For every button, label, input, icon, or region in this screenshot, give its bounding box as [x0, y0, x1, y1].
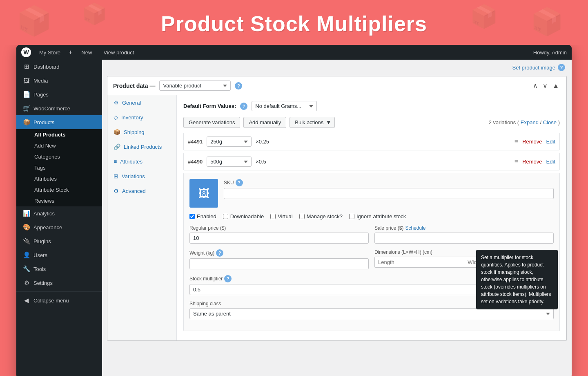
weight-help-icon[interactable]: ?: [216, 249, 223, 257]
tab-advanced[interactable]: ⚙ Advanced: [107, 184, 176, 198]
sidebar-item-label-products: Products: [33, 119, 54, 125]
downloadable-checkbox-label[interactable]: Downloadable: [223, 213, 264, 219]
submenu-categories[interactable]: Categories: [16, 151, 102, 162]
regular-price-input[interactable]: [189, 233, 369, 244]
plugins-icon: 🔌: [23, 237, 30, 245]
sidebar-item-woocommerce[interactable]: 🛒 WooCommerce: [16, 101, 102, 115]
tab-inventory-label: Inventory: [121, 114, 143, 121]
ignore-attribute-stock-checkbox-label[interactable]: Ignore attribute stock: [349, 213, 406, 219]
sidebar-item-plugins[interactable]: 🔌 Plugins: [16, 234, 102, 248]
variation-edit-4491[interactable]: Edit: [546, 139, 555, 145]
dfv-help-icon[interactable]: ?: [240, 103, 247, 110]
sidebar-item-label-media: Media: [33, 78, 48, 84]
variation-actions-right-4490: ≡ Remove Edit: [514, 158, 555, 166]
expand-link[interactable]: Expand: [521, 119, 539, 125]
collapse-down-button[interactable]: ∨: [541, 81, 549, 90]
linked-products-tab-icon: 🔗: [114, 143, 120, 150]
new-link[interactable]: New: [78, 49, 95, 56]
enabled-checkbox[interactable]: [189, 214, 195, 219]
dfv-label: Default Form Values:: [183, 103, 236, 109]
set-product-image-help-icon[interactable]: ?: [558, 64, 565, 71]
sku-input[interactable]: [224, 188, 554, 199]
enabled-checkbox-label[interactable]: Enabled: [189, 213, 216, 219]
wp-logo[interactable]: W: [21, 47, 31, 57]
downloadable-checkbox[interactable]: [223, 214, 228, 219]
stock-multiplier-help-icon[interactable]: ?: [224, 275, 232, 282]
admin-bar-left: W My Store + New View product: [21, 47, 533, 57]
tab-attributes[interactable]: ≡ Attributes: [107, 154, 176, 169]
length-input[interactable]: [374, 257, 464, 268]
manage-stock-checkbox-label[interactable]: Manage stock?: [299, 213, 343, 219]
variation-menu-icon-4491[interactable]: ≡: [514, 138, 518, 145]
variation-select-4490[interactable]: 500g 250g: [207, 157, 252, 167]
variation-remove-4491[interactable]: Remove: [522, 139, 542, 145]
submenu-add-new[interactable]: Add New: [16, 140, 102, 151]
tab-linked-products[interactable]: 🔗 Linked Products: [107, 139, 176, 154]
variation-multiplier-4490: ×0.5: [256, 159, 266, 165]
sidebar-item-users[interactable]: 👤 Users: [16, 248, 102, 262]
product-type-select[interactable]: Variable product Simple product Grouped …: [159, 81, 231, 91]
stock-multiplier-tooltip: Set a multiplier for stock quantities. A…: [476, 250, 558, 309]
submenu-tags[interactable]: Tags: [16, 162, 102, 173]
virtual-checkbox[interactable]: [270, 214, 276, 219]
bulk-actions-button[interactable]: Bulk actions ▼: [290, 117, 335, 128]
sidebar-item-appearance[interactable]: 🎨 Appearance: [16, 220, 102, 234]
my-store-link[interactable]: My Store: [36, 49, 64, 56]
sku-help-icon[interactable]: ?: [236, 179, 243, 186]
variation-select-4491[interactable]: 250g 500g: [207, 137, 252, 147]
weight-input[interactable]: [189, 258, 369, 269]
product-type-help-icon[interactable]: ?: [235, 82, 242, 90]
variation-image-placeholder[interactable]: 🖼: [189, 179, 218, 208]
sidebar-item-tools[interactable]: 🔧 Tools: [16, 262, 102, 276]
sidebar-item-dashboard[interactable]: ⊞ Dashboard: [16, 60, 102, 74]
ignore-attribute-stock-checkbox[interactable]: [349, 214, 354, 219]
virtual-label: Virtual: [278, 213, 293, 219]
generate-variations-button[interactable]: Generate variations: [183, 117, 240, 128]
variations-separator: /: [540, 119, 543, 125]
add-manually-button[interactable]: Add manually: [243, 117, 286, 128]
shipping-class-select[interactable]: Same as parent Flat rate Free shipping: [189, 308, 554, 319]
tab-inventory[interactable]: ◇ Inventory: [107, 110, 176, 125]
tab-shipping[interactable]: 📦 Shipping: [107, 125, 176, 139]
close-link[interactable]: Close: [543, 119, 557, 125]
dfv-select[interactable]: No default Grams... 250g 500g: [252, 101, 317, 111]
submenu-reviews[interactable]: Reviews: [16, 195, 102, 206]
default-form-values-row: Default Form Values: ? No default Grams.…: [183, 101, 560, 111]
submenu-attribute-stock[interactable]: Attribute Stock: [16, 184, 102, 195]
virtual-checkbox-label[interactable]: Virtual: [270, 213, 293, 219]
sidebar-collapse-menu[interactable]: ◀ Collapse menu: [16, 293, 102, 307]
sale-price-input[interactable]: [374, 233, 554, 244]
variations-tab-icon: ⊞: [114, 173, 118, 179]
submenu-all-products[interactable]: All Products: [16, 129, 102, 140]
variation-expanded-form: 🖼 SKU ?: [183, 173, 560, 331]
weight-field-group: Weight (kg) ?: [189, 249, 369, 269]
tab-shipping-label: Shipping: [124, 129, 145, 135]
woocommerce-icon: 🛒: [23, 105, 30, 112]
header-actions: ∧ ∨ ▲: [531, 81, 561, 90]
regular-price-label: Regular price ($): [189, 225, 369, 231]
variation-edit-4490[interactable]: Edit: [546, 159, 555, 165]
collapse-up-button[interactable]: ∧: [531, 81, 539, 90]
manage-stock-checkbox[interactable]: [299, 214, 305, 219]
set-product-image-link[interactable]: Set product image: [512, 65, 555, 71]
tab-variations[interactable]: ⊞ Variations: [107, 169, 176, 184]
sidebar-item-pages[interactable]: 📄 Pages: [16, 87, 102, 101]
variation-row-4490: #4490 500g 250g ×0.5 ≡ Remove Edit: [183, 153, 560, 170]
plus-icon: +: [69, 49, 72, 56]
sidebar-item-products[interactable]: 📦 Products: [16, 115, 102, 129]
tooltip-text: Set a multiplier for stock quantities. A…: [481, 255, 551, 304]
variation-menu-icon-4490[interactable]: ≡: [514, 158, 518, 166]
sidebar-divider: [16, 291, 102, 292]
settings-icon: ⚙: [23, 279, 30, 286]
sidebar-item-analytics[interactable]: 📊 Analytics: [16, 206, 102, 220]
view-product-link[interactable]: View product: [100, 49, 137, 56]
tab-general[interactable]: ⚙ General: [107, 95, 176, 110]
schedule-link[interactable]: Schedule: [405, 225, 425, 231]
sidebar-item-settings[interactable]: ⚙ Settings: [16, 276, 102, 290]
sku-field-group: SKU ?: [224, 179, 554, 199]
checkboxes-row: Enabled Downloadable Virtual: [189, 213, 554, 219]
submenu-attributes[interactable]: Attributes: [16, 173, 102, 184]
toggle-panel-button[interactable]: ▲: [551, 81, 561, 90]
sidebar-item-media[interactable]: 🖼 Media: [16, 74, 102, 87]
variation-remove-4490[interactable]: Remove: [522, 159, 542, 165]
